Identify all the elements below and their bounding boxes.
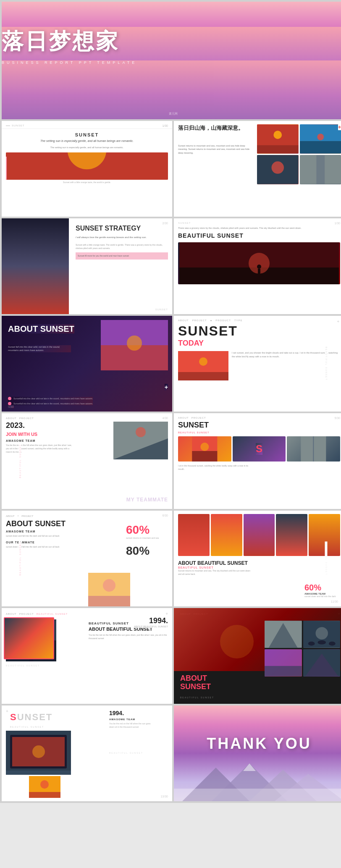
slide11-page: 11/30 [331,600,338,603]
svg-point-15 [273,131,282,139]
svg-point-52 [103,579,115,592]
slide-6: ABOUT SUNSET Sunset fell into the clear … [2,316,172,412]
slide14-year: 1994. [109,710,168,716]
slide13-img3 [265,649,302,677]
slide9-body: I sit in the thousand sunset, catching t… [174,464,258,471]
slide14-footer: BEAUTIFUL SUNSET [109,752,168,754]
slide14-rest: UNSET [17,712,53,722]
svg-rect-75 [6,771,71,775]
svg-rect-78 [29,792,60,798]
svg-point-77 [40,780,49,789]
slide14-right: 1994. AWASOME TEAM You be the red on the… [109,710,168,754]
svg-rect-16 [257,145,299,154]
slide12-plus: + [165,611,168,616]
slide7-nav-about: ABOUT [178,319,189,322]
slide10-bg-photo [88,573,130,606]
svg-point-48 [200,443,209,451]
slide12-nav-about: ABOUT [6,613,17,615]
slide4-right: 2/30 SUNSET STRATEGY I will always love … [71,218,172,314]
slide8-nav-about: ABOUT [6,417,17,420]
slide10-pct60: 60% [126,523,168,537]
slide12-year-sub: ABOUT BEAUTIFUL SUNSET [134,625,168,628]
slide13-photos [265,621,340,677]
svg-point-74 [32,745,45,758]
slide7-plus: + [337,319,339,324]
svg-point-33 [257,265,261,269]
slide7-title: SUNSET [174,323,341,339]
slide14-img [6,731,71,775]
slide7-body: I set sunset, and you shower the bright … [232,351,340,380]
slide-5: SUNSET 1/30 There was a grocery store by… [174,218,341,314]
slide3-photos [257,124,341,184]
slide13-title2: SUNSET [180,682,211,691]
cover-subtitle: BUSINESS REPORT PPT TEMPLATE [2,60,341,119]
slide3-photo1 [257,124,299,154]
svg-rect-9 [49,152,125,180]
slide9-s-letter: S [256,443,262,455]
svg-point-10 [82,156,92,166]
sunset-silhouette [178,242,340,284]
slide-14: + SUNSET BEAUTIFUL SUNSET 1994. AW [2,705,172,801]
slide13-beautiful: BEAUTIFUL SUNSET [180,696,214,699]
slide3-photo3 [257,155,299,184]
slide4-title: SUNSET STRATEGY [76,225,168,232]
slide13-img4 [303,649,341,677]
slide2-body: The setting sun is especially gentle, an… [2,146,172,152]
svg-rect-68 [265,666,302,677]
slide4-tagline: I will always love the gentle evening br… [76,236,168,239]
slide11-strip2 [211,514,242,556]
slide5-title: BEAUTIFUL SUNSET [174,232,341,242]
slide4-pink-box: Sunset fill more for you the world and m… [76,252,168,260]
slide12-nav-left: ABOUT PROJECT BEAUTIFUL SUNSET [6,613,68,615]
slide2-label: SUNSET [6,124,24,127]
slide6-icons: Sunsetfall into the clear wild not late … [8,397,93,405]
svg-rect-42 [178,372,228,380]
slide3-photo2 [300,124,341,154]
slide2-italic: The setting sun is especially gentle, an… [2,139,172,146]
svg-marker-29 [31,220,39,227]
slide8-img [113,422,168,459]
svg-point-45 [136,427,146,437]
slide14-desc: You be the red on the hill when the sun … [109,722,155,729]
slide13-photo3 [265,649,302,677]
slide11-strip1 [178,514,210,556]
slide11-bottom: ABOUT BEAUTIFUL SUNSET BEAUTIFUL SUNSET … [174,558,341,578]
svg-marker-13 [95,163,112,169]
slide12-nav-project: PROJECT [19,613,34,615]
slide-7: ABOUT PROJECT + PRODUCT TYPE SUNSET TODA… [174,316,341,412]
slide10-desc: sunset down and fall into the dark and f… [2,534,69,538]
slide-3: 落日归山海，山海藏深意。 Sunset returns to mountain … [174,121,341,217]
slide9-img1 [178,436,231,462]
slide6-dot1 [8,397,11,400]
slide5-label: SUNSET [178,222,191,225]
svg-point-66 [328,642,335,646]
slide11-strip4 [276,514,307,556]
slide9-photo2: S [233,436,286,462]
slide2-title: SUNSET [2,129,172,139]
slide8-nav-project: PROJECT [19,417,34,420]
slide9-nav-about: ABOUT [178,417,189,419]
slide3-desc: Sunset returns to mountain and sea, moun… [178,144,254,155]
slide7-today: TODAY [174,339,341,351]
slide13-img2 [303,621,341,648]
slide10-nav-plus: + [17,514,19,518]
slide8-desc: You be the red on the hill when the sun … [2,443,77,454]
svg-rect-27 [2,277,69,314]
slide9-photo1 [178,436,231,462]
slide8-page: 4/30 [162,417,168,420]
slide11-beautiful: BEAUTIFUL SUNSET [178,566,340,569]
svg-marker-83 [243,763,256,771]
slide7-nav: ABOUT PROJECT + PRODUCT TYPE [174,316,341,323]
slide14-beautiful-small: BEAUTIFUL SUNSET [10,726,44,728]
slide8-nav: ABOUT PROJECT 4/30 [2,413,172,420]
slide14-small-photo [29,776,60,798]
slide7-nav-product: PRODUCT [215,319,231,322]
slide4-page: 2/30 [162,222,168,225]
slide12-desc: You be the red on the hill when the sun … [89,633,168,640]
slide8-photo [113,422,168,459]
slide2-image [6,152,168,180]
slide3-photo4 [300,155,341,184]
slide-4: 2/30 SUNSET STRATEGY I will always love … [2,218,172,314]
slide6-page: 5/30 [8,405,14,408]
slide13-about: ABOUT [180,674,207,682]
